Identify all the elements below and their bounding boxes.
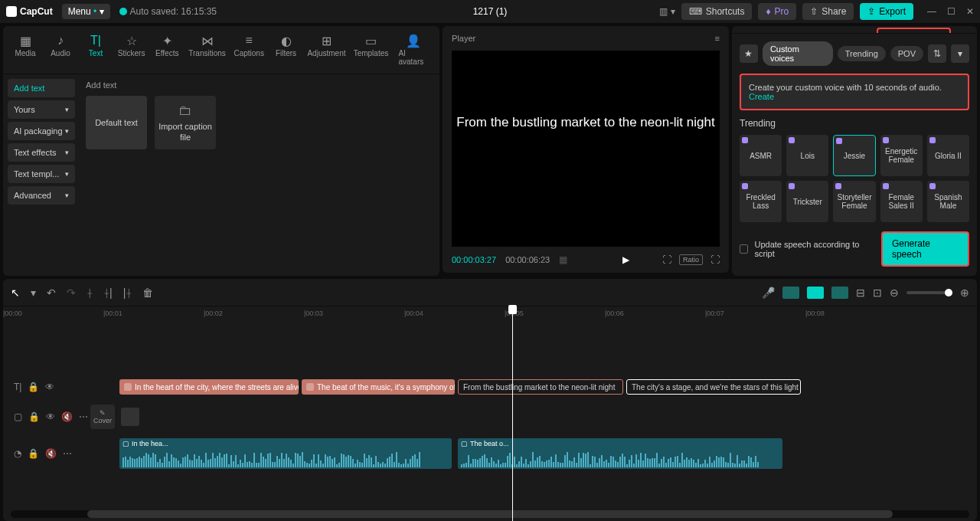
pill-pov[interactable]: POV — [890, 46, 923, 61]
text-clip-1[interactable]: In the heart of the city, where the stre… — [119, 379, 299, 395]
zoom-in-icon[interactable]: ⊕ — [960, 287, 969, 299]
zoom-out-icon[interactable]: ⊖ — [890, 287, 899, 299]
trim-left-tool[interactable]: ⟊| — [103, 287, 113, 299]
undo-button[interactable]: ↶ — [47, 287, 56, 299]
eye-icon[interactable]: 👁 — [46, 411, 55, 422]
player-menu-icon[interactable]: ≡ — [715, 34, 720, 43]
tool-tab-stickers[interactable]: ☆Stickers — [115, 31, 148, 69]
mute-icon[interactable]: 🔇 — [45, 448, 57, 459]
create-link[interactable]: Create — [749, 92, 774, 101]
tab-text[interactable]: Text — [738, 26, 770, 34]
delete-tool[interactable]: 🗑 — [142, 287, 153, 299]
lock-icon[interactable]: 🔒 — [28, 411, 40, 422]
tool-tab-audio[interactable]: ♪Audio — [44, 31, 77, 69]
focus-icon[interactable]: ⛶ — [662, 254, 671, 265]
voice-energetic-female[interactable]: Energetic Female — [880, 135, 923, 176]
video-preview: From the bustling market to the neon-lit… — [452, 51, 720, 247]
magnet-3[interactable] — [831, 287, 848, 299]
filter-icon[interactable]: ⇅ — [928, 44, 946, 63]
update-speech-label: Update speech according to script — [754, 240, 874, 258]
pill-trending[interactable]: Trending — [838, 46, 886, 61]
settings-icon[interactable]: ⊡ — [873, 287, 882, 299]
voice-gloria-ii[interactable]: Gloria II — [927, 135, 969, 176]
mic-icon[interactable]: 🎤 — [762, 287, 775, 299]
sidebar-add-text[interactable]: Add text — [8, 79, 75, 97]
tab-animation[interactable]: Animation — [770, 26, 826, 34]
cursor-tool[interactable]: ↖ — [11, 287, 20, 299]
text-clip-3[interactable]: From the bustling market to the neon-lit… — [458, 379, 623, 395]
dropdown-icon[interactable]: ▾ — [951, 44, 969, 63]
import-caption-card[interactable]: 🗀 Import caption file — [155, 96, 216, 149]
play-button[interactable]: ▶ — [622, 254, 629, 265]
pro-button[interactable]: ♦ Pro — [758, 3, 796, 20]
lock-icon[interactable]: 🔒 — [28, 448, 39, 459]
sidebar-advanced[interactable]: Advanced▾ — [8, 186, 75, 205]
pill-custom-voices[interactable]: Custom voices — [763, 41, 833, 66]
tool-tab-ai avatars[interactable]: 👤AI avatars — [394, 31, 433, 69]
tool-tab-filters[interactable]: ◐Filters — [270, 31, 302, 69]
share-button[interactable]: ⇧ Share — [802, 3, 854, 20]
video-track-icon: ▢ — [14, 411, 22, 422]
redo-button[interactable]: ↷ — [67, 287, 76, 299]
split-tool[interactable]: ⟊ — [87, 287, 93, 299]
sidebar-ai-packaging[interactable]: AI packaging▾ — [8, 122, 75, 140]
fullscreen-icon[interactable]: ⛶ — [710, 254, 720, 265]
tab-text-to-speech[interactable]: Text to speech — [877, 28, 951, 34]
voice-storyteller-female[interactable]: Storyteller Female — [833, 181, 875, 222]
tool-tab-captions[interactable]: ≡Captions — [231, 31, 267, 69]
default-text-card[interactable]: Default text — [86, 96, 147, 149]
cover-button[interactable]: ✎Cover — [90, 405, 115, 429]
playhead[interactable] — [512, 306, 513, 521]
voice-spanish-male[interactable]: Spanish Male — [927, 181, 969, 222]
layout-icon[interactable]: ▥ ▾ — [659, 6, 675, 17]
eye-icon[interactable]: 👁 — [45, 382, 54, 392]
audio-clip-1[interactable]: ▢ In the hea... — [119, 438, 452, 469]
cursor-dropdown[interactable]: ▾ — [31, 287, 36, 299]
magnet-1[interactable] — [782, 287, 799, 299]
grid-icon[interactable]: ▦ — [559, 254, 567, 265]
voice-freckled-lass[interactable]: Freckled Lass — [740, 181, 782, 222]
tool-tab-media[interactable]: ▦Media — [9, 31, 41, 69]
align-icon[interactable]: ⊟ — [856, 287, 865, 299]
minimize-icon[interactable]: — — [927, 6, 936, 17]
text-clip-4[interactable]: The city's a stage, and we're the stars … — [626, 379, 801, 395]
audio-clip-2[interactable]: ▢ The beat o... — [458, 438, 782, 469]
sidebar-text-templ-[interactable]: Text templ...▾ — [8, 165, 75, 183]
close-icon[interactable]: ✕ — [966, 6, 974, 17]
sidebar-text-effects[interactable]: Text effects▾ — [8, 143, 75, 162]
menu-button[interactable]: Menu • ▾ — [62, 4, 110, 19]
voice-lois[interactable]: Lois — [786, 135, 828, 176]
tool-tab-templates[interactable]: ▭Templates — [351, 31, 390, 69]
shortcuts-button[interactable]: ⌨ Shortcuts — [681, 3, 753, 20]
lock-icon[interactable]: 🔒 — [28, 382, 39, 392]
more-icon[interactable]: ⋯ — [63, 448, 72, 459]
section-trending: Trending — [732, 118, 977, 135]
update-speech-checkbox[interactable] — [740, 244, 748, 254]
timeline-scrollbar[interactable] — [11, 510, 969, 518]
tool-tab-text[interactable]: T|Text — [80, 31, 112, 69]
ruler-mark: |00:04 — [404, 310, 423, 317]
generate-speech-button[interactable]: Generate speech — [881, 231, 969, 267]
tool-tab-adjustment[interactable]: ⊞Adjustment — [305, 31, 348, 69]
tool-tab-effects[interactable]: ✦Effects — [151, 31, 183, 69]
favorites-button[interactable]: ★ — [740, 44, 758, 63]
trim-right-tool[interactable]: |⟊ — [123, 287, 132, 299]
audio-track-icon: ◔ — [14, 448, 21, 459]
export-button[interactable]: ⇪ Export — [860, 3, 913, 20]
voice-jessie[interactable]: Jessie — [833, 135, 875, 176]
folder-icon: 🗀 — [178, 103, 192, 119]
sidebar-yours[interactable]: Yours▾ — [8, 100, 75, 119]
voice-trickster[interactable]: Trickster — [786, 181, 828, 222]
magnet-2[interactable] — [807, 287, 824, 299]
tab-ai-avata[interactable]: AI avata — [951, 26, 977, 34]
text-clip-2[interactable]: The beat of the music, it's a symphony o… — [302, 379, 455, 395]
voice-female-sales-ii[interactable]: Female Sales II — [880, 181, 923, 222]
video-thumb[interactable] — [121, 408, 139, 426]
tool-tab-transitions[interactable]: ⋈Transitions — [186, 31, 228, 69]
ratio-button[interactable]: Ratio — [679, 254, 703, 265]
mute-icon[interactable]: 🔇 — [61, 411, 73, 422]
maximize-icon[interactable]: ☐ — [947, 6, 956, 17]
voice-asmr[interactable]: ASMR — [740, 135, 782, 176]
zoom-slider[interactable] — [906, 291, 952, 294]
tab-tracking[interactable]: Tracking — [826, 26, 877, 34]
